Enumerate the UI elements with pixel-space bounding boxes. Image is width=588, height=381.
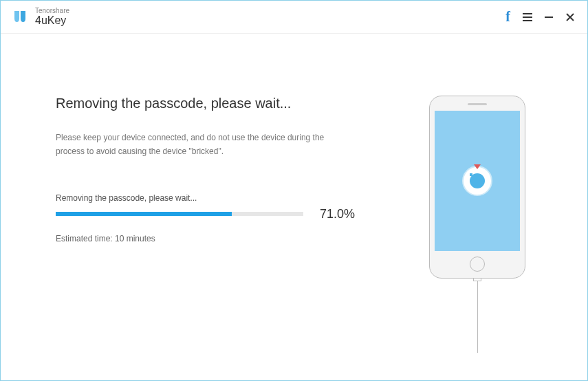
close-button[interactable] bbox=[565, 12, 575, 22]
status-panel: Removing the passcode, please wait... Pl… bbox=[56, 96, 409, 353]
device-illustration bbox=[409, 96, 546, 353]
brand-company: Tenorshare bbox=[35, 7, 69, 14]
main-content: Removing the passcode, please wait... Pl… bbox=[1, 34, 587, 380]
menu-icon[interactable] bbox=[523, 13, 532, 21]
phone-icon bbox=[429, 96, 525, 279]
minimize-button[interactable] bbox=[545, 17, 553, 18]
progress-fill bbox=[56, 212, 232, 216]
status-description: Please keep your device connected, and d… bbox=[56, 131, 338, 159]
brand-product: 4uKey bbox=[35, 14, 69, 27]
progress-bar bbox=[56, 212, 303, 216]
spinner-icon bbox=[462, 166, 492, 196]
cable-line-icon bbox=[477, 281, 478, 353]
progress-percent: 71.0% bbox=[320, 207, 355, 221]
logo-icon bbox=[12, 9, 28, 25]
facebook-icon[interactable]: f bbox=[505, 9, 510, 25]
titlebar: Tenorshare 4uKey f bbox=[1, 1, 587, 34]
app-logo: Tenorshare 4uKey bbox=[12, 7, 69, 27]
progress-label: Removing the passcode, please wait... bbox=[56, 193, 388, 203]
status-heading: Removing the passcode, please wait... bbox=[56, 96, 388, 111]
estimated-time: Estimated time: 10 minutes bbox=[56, 234, 388, 243]
